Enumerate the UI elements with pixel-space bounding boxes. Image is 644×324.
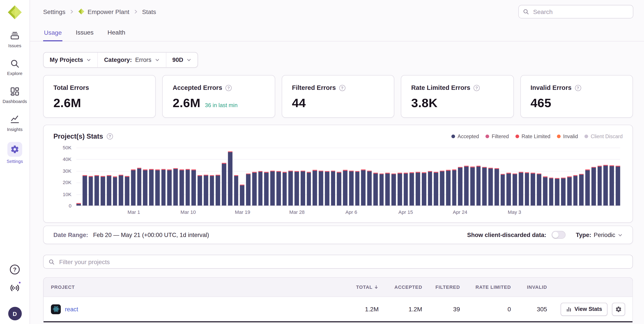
react-platform-icon: [51, 304, 61, 314]
chart-bar: [500, 174, 505, 205]
chart-bar: [373, 173, 378, 205]
help-icon: [10, 265, 20, 274]
y-tick-label: 10K: [62, 191, 71, 197]
sidebar-item-label: Issues: [8, 43, 22, 48]
x-tick-label: Apr 24: [453, 209, 467, 215]
chart-bar: [506, 173, 511, 205]
chart-bar: [488, 168, 493, 205]
y-tick-label: 30K: [62, 168, 71, 174]
project-filter-input[interactable]: [58, 258, 628, 266]
project-settings-button[interactable]: [612, 303, 625, 316]
info-icon[interactable]: [107, 133, 113, 140]
info-icon[interactable]: [575, 85, 581, 91]
stat-card-title: Accepted Errors: [173, 84, 222, 92]
sort-desc-icon: [374, 285, 379, 290]
org-logo[interactable]: [6, 4, 23, 20]
legend-item[interactable]: Accepted: [451, 134, 479, 139]
chart-bar: [186, 169, 190, 205]
column-header-rate-limited[interactable]: Rate Limited: [460, 285, 511, 290]
chevron-down-icon: [618, 232, 623, 237]
category-filter-dropdown[interactable]: Category: Errors: [98, 52, 166, 67]
chart-bar: [222, 163, 226, 205]
chart-bar: [452, 169, 456, 205]
breadcrumb-org[interactable]: Empower Plant: [78, 8, 129, 15]
sidebar-item-issues[interactable]: Issues: [1, 30, 28, 48]
legend-dot: [451, 135, 455, 138]
breadcrumb-settings[interactable]: Settings: [43, 8, 66, 15]
chart-bar: [155, 169, 160, 205]
org-avatar-icon: [78, 8, 85, 15]
chart-bar: [76, 203, 81, 205]
x-tick-label: May 3: [508, 209, 521, 215]
chevron-right-icon: [133, 9, 138, 14]
x-tick-label: Apr 15: [398, 209, 413, 215]
app-window: Issues Explore Dashboards Insights: [0, 0, 644, 324]
project-stats-panel: Project(s) Stats AcceptedFilteredRate Li…: [43, 125, 633, 223]
client-discard-toggle-label: Show client-discarded data:: [467, 232, 546, 238]
cell-total: 1.2M: [330, 306, 379, 313]
chart-bar: [543, 176, 547, 205]
client-discard-toggle[interactable]: [552, 231, 566, 239]
legend-item[interactable]: Filtered: [486, 134, 509, 139]
info-icon[interactable]: [226, 85, 232, 91]
x-tick-label: Mar 1: [128, 209, 140, 215]
chevron-down-icon: [86, 57, 92, 62]
settings-icon-box: [8, 142, 22, 157]
sort-control[interactable]: Total: [330, 285, 379, 290]
legend-item[interactable]: Invalid: [557, 134, 578, 139]
stat-card-value: 44: [292, 96, 306, 110]
view-stats-button[interactable]: View Stats: [560, 303, 608, 316]
user-avatar[interactable]: D: [8, 307, 22, 320]
chart-bar: [458, 167, 462, 205]
whats-new-button[interactable]: [8, 282, 21, 294]
chart-bar: [325, 171, 329, 205]
y-tick-label: 0: [69, 203, 72, 209]
tab-health[interactable]: Health: [106, 29, 126, 41]
column-header-invalid[interactable]: Invalid: [511, 285, 547, 290]
column-header-accepted[interactable]: Accepted: [379, 285, 422, 290]
date-range-dropdown[interactable]: 90D: [166, 52, 198, 67]
sidebar-item-explore[interactable]: Explore: [1, 58, 28, 76]
chart-bar: [149, 169, 154, 205]
chart-bar: [204, 175, 208, 205]
projects-filter-dropdown[interactable]: My Projects: [44, 52, 98, 67]
chart-bar: [610, 165, 614, 205]
tab-issues[interactable]: Issues: [75, 29, 94, 41]
global-search[interactable]: [518, 5, 633, 18]
chart-bar: [385, 173, 390, 205]
chart-bar: [167, 169, 172, 205]
chart-bar: [312, 170, 317, 206]
legend-item[interactable]: Client Discard: [584, 134, 622, 139]
y-tick-label: 50K: [62, 145, 71, 151]
chart-bar: [604, 165, 608, 205]
explore-icon: [10, 58, 20, 69]
info-icon[interactable]: [339, 85, 345, 91]
chart-bar: [319, 170, 323, 205]
chart-bar: [82, 175, 87, 205]
project-filter[interactable]: [43, 255, 633, 269]
chart-bar: [476, 166, 481, 205]
chart-bar: [113, 176, 117, 205]
projects-filter-label: My Projects: [50, 57, 83, 63]
column-header-total: Total: [330, 285, 379, 290]
toggle-knob: [552, 232, 559, 238]
legend-item[interactable]: Rate Limited: [515, 134, 550, 139]
sidebar-nav: Issues Explore Dashboards Insights: [1, 30, 28, 164]
chart-bar: [440, 170, 444, 205]
chart-bar: [106, 175, 111, 205]
tab-usage[interactable]: Usage: [43, 29, 62, 41]
sidebar-item-dashboards[interactable]: Dashboards: [1, 86, 28, 104]
breadcrumb-stats[interactable]: Stats: [142, 8, 156, 15]
stat-card-title: Total Errors: [54, 84, 89, 92]
search-input[interactable]: [532, 8, 629, 15]
column-header-filtered[interactable]: Filtered: [422, 285, 460, 290]
sidebar-item-settings[interactable]: Settings: [1, 142, 28, 163]
project-link[interactable]: react: [65, 306, 78, 313]
stat-card-filtered-errors: Filtered Errors 44: [282, 75, 394, 118]
type-dropdown[interactable]: Type: Periodic: [576, 232, 623, 238]
info-icon[interactable]: [474, 85, 480, 91]
chart-bar: [573, 175, 578, 205]
sidebar-item-insights[interactable]: Insights: [1, 114, 28, 132]
help-button[interactable]: [8, 263, 21, 276]
stats-chart: 010K20K30K40K50K Mar 1Mar 10Mar 19Mar 28…: [54, 144, 623, 216]
